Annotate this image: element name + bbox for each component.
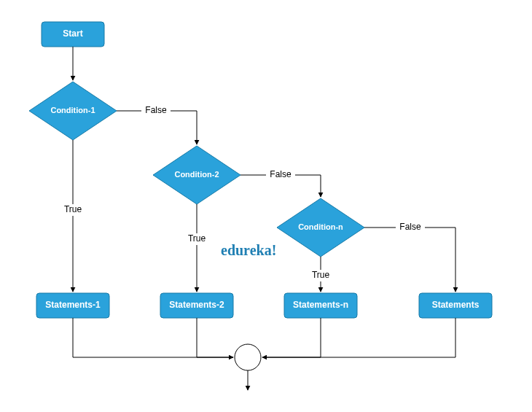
condition-1-label: Condition-1 — [50, 106, 95, 114]
condition-2-label: Condition-2 — [174, 170, 219, 179]
statements-else-node: Statements — [419, 293, 492, 318]
edge-stmt1-merge — [73, 318, 233, 357]
edge-stmt2-merge — [197, 318, 233, 357]
condition-n-node: Condition-n — [277, 198, 364, 257]
statements-n-node: Statements-n — [284, 293, 357, 318]
condition-1-node: Condition-1 — [29, 82, 117, 140]
statements-2-node: Statements-2 — [160, 293, 233, 318]
condn-false-label: False — [399, 222, 421, 232]
statements-1-node: Statements-1 — [36, 293, 109, 318]
statements-1-label: Statements-1 — [45, 300, 101, 310]
cond1-true-label: True — [64, 204, 82, 214]
condn-true-label: True — [312, 270, 330, 280]
edge-stmt-else-merge — [262, 318, 455, 357]
edge-stmtn-merge — [262, 318, 321, 357]
merge-connector — [235, 344, 261, 370]
cond1-false-label: False — [145, 105, 167, 115]
condition-2-node: Condition-2 — [153, 146, 240, 204]
start-label: Start — [63, 28, 82, 39]
cond2-false-label: False — [270, 169, 292, 179]
statements-n-label: Statements-n — [293, 300, 348, 310]
condition-n-label: Condition-n — [298, 222, 343, 231]
brand-text: edureka! — [221, 242, 276, 258]
start-node: Start — [42, 22, 104, 47]
statements-else-label: Statements — [432, 300, 480, 310]
cond2-true-label: True — [188, 233, 206, 244]
edge-condn-false — [364, 228, 455, 292]
statements-2-label: Statements-2 — [169, 300, 224, 310]
